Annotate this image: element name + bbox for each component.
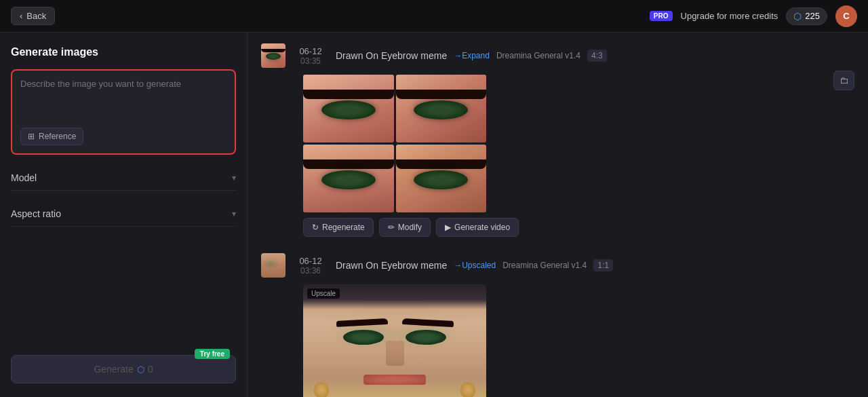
gen-date-2: 06-12 03:36 [294,256,328,276]
gen-ratio-2: 1:1 [593,259,613,271]
regenerate-label: Regenerate [322,223,365,232]
credits-count: 225 [805,11,820,21]
topnav-right: PRO Upgrade for more credits ⬡ 225 C [650,5,857,27]
upgrade-text[interactable]: Upgrade for more credits [681,11,778,21]
gen-ratio-1: 4:3 [587,50,607,62]
gen-thumbnail-1[interactable] [261,43,285,68]
gen-meta-1: Drawn On Eyebrow meme →Expand Dreamina G… [336,50,854,62]
generate-credit-count: 0 [148,364,153,375]
generate-bar[interactable]: Try free Generate ⬡ 0 [11,355,236,383]
eye-image-3 [303,145,394,212]
gen-title-1: Drawn On Eyebrow meme [336,50,447,61]
gen-tag-1[interactable]: →Expand [454,51,490,60]
action-bar-1: ↻ Regenerate ✏ Modify ▶ Generate video [303,218,854,237]
gen-block-1: 06-12 03:35 Drawn On Eyebrow meme →Expan… [261,43,854,237]
gen-date-time-2: 03:36 [300,266,321,276]
regenerate-button[interactable]: ↻ Regenerate [303,218,374,237]
gen-header-2: 06-12 03:36 Drawn On Eyebrow meme →Upsca… [261,253,854,278]
content-area: 🗀 06-12 03:35 Drawn On Eyebrow meme →Exp… [248,33,868,397]
back-chevron-icon: ‹ [20,11,22,21]
generate-video-label: Generate video [454,223,510,232]
sidebar: Generate images ⊞ Reference Model ▾ Aspe… [0,33,248,397]
generate-label: Generate [94,364,133,375]
gen-header-1: 06-12 03:35 Drawn On Eyebrow meme →Expan… [261,43,854,68]
image-cell-1[interactable] [303,75,394,143]
gen-thumbnail-2[interactable] [261,253,285,278]
prompt-input[interactable] [20,79,226,119]
credits-icon: ⬡ [793,11,802,22]
topnav-left: ‹ Back [11,7,55,25]
generate-video-button[interactable]: ▶ Generate video [436,218,519,237]
pro-badge: PRO [650,11,673,21]
reference-label: Reference [39,132,76,141]
gen-model-2: Dreamina General v1.4 [502,261,587,270]
reference-icon: ⊞ [28,132,35,141]
image-cell-4[interactable] [396,145,487,212]
modify-icon: ✏ [388,223,395,232]
generate-credits: Generate ⬡ 0 [94,364,153,375]
gen-block-2: 06-12 03:36 Drawn On Eyebrow meme →Upsca… [261,253,854,397]
credit-icon: ⬡ [137,364,144,375]
face-portrait [303,284,486,397]
main-layout: Generate images ⊞ Reference Model ▾ Aspe… [0,33,868,397]
avatar[interactable]: C [835,5,857,27]
gen-date-day-2: 06-12 [299,256,321,266]
model-chevron-icon: ▾ [232,173,236,183]
generate-video-icon: ▶ [445,223,451,232]
back-label: Back [26,11,46,21]
gen-date-time-1: 03:35 [300,56,321,66]
reference-button[interactable]: ⊞ Reference [20,128,83,145]
gen-model-1: Dreamina General v1.4 [496,51,580,60]
eye-image-1 [303,75,394,143]
gen-title-2: Drawn On Eyebrow meme [336,260,447,271]
model-label: Model [11,172,37,183]
upscaled-image[interactable]: Upscale [303,284,486,397]
gen-tag-2[interactable]: →Upscaled [454,261,496,270]
gen-date-day-1: 06-12 [299,46,321,56]
regenerate-icon: ↻ [312,223,319,232]
eye-image-2 [396,75,487,143]
aspect-ratio-section[interactable]: Aspect ratio ▾ [11,202,236,227]
credits-badge: ⬡ 225 [786,7,827,25]
image-cell-2[interactable] [396,75,487,143]
eye-image-4 [396,145,487,212]
gen-date-1: 06-12 03:35 [294,46,328,66]
aspect-ratio-label: Aspect ratio [11,208,61,219]
modify-button[interactable]: ✏ Modify [379,218,431,237]
folder-icon: 🗀 [840,75,848,86]
save-folder-button[interactable]: 🗀 [833,71,854,90]
model-section[interactable]: Model ▾ [11,166,236,191]
image-grid-1 [303,75,486,212]
sidebar-title: Generate images [11,46,236,58]
try-free-badge: Try free [195,349,230,359]
back-button[interactable]: ‹ Back [11,7,55,25]
topnav: ‹ Back PRO Upgrade for more credits ⬡ 22… [0,0,868,33]
modify-label: Modify [398,223,422,232]
thumb-image-1 [261,43,285,68]
upscale-badge: Upscale [307,288,340,299]
prompt-area: ⊞ Reference [11,69,236,155]
gen-meta-2: Drawn On Eyebrow meme →Upscaled Dreamina… [336,259,854,271]
aspect-ratio-chevron-icon: ▾ [232,209,236,219]
image-cell-3[interactable] [303,145,394,212]
